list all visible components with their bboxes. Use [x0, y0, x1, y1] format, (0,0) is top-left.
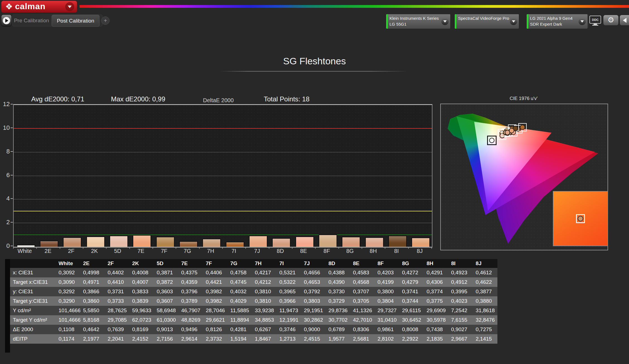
device-dropdown-arrow[interactable] [441, 18, 449, 25]
chevron-down-icon [443, 20, 447, 23]
table-cell: 0,7275 [473, 325, 497, 334]
table-cell: 0,4612 [473, 268, 497, 277]
tab-pre-calibration[interactable]: Pre Calibration [13, 15, 50, 26]
column-header-7J: 7J [301, 259, 326, 268]
table-cell: 0,9496 [178, 325, 203, 334]
table-cell: 0,3292 [56, 287, 80, 296]
table-row: y: CIE310,32920,38660,37310,38330,36030,… [10, 287, 497, 296]
column-header-2E: 2E [80, 259, 105, 268]
table-cell: 28,7625 [105, 306, 129, 315]
table-cell: 0,4279 [399, 277, 424, 287]
run-workflow-button[interactable] [1, 14, 12, 26]
table-cell: 0,4359 [178, 277, 203, 287]
y-tick-label-2: 2 [6, 219, 10, 226]
table-corner-cell [10, 259, 56, 268]
bar-7E [133, 235, 151, 247]
table-cell: 11,9473 [277, 306, 301, 315]
y-tick-mark [11, 246, 13, 246]
cie-point-White [489, 138, 495, 143]
x-tick-mark [315, 247, 316, 249]
device-selector-3[interactable]: LG 2021 Alpha 9 Gen4SDR Expert Dark [526, 14, 588, 29]
ddc-monitor-icon: DDC [589, 16, 601, 24]
table-cell: 30,7702 [326, 315, 350, 325]
table-cell: 0,9013 [154, 325, 178, 334]
table-cell: 7,2542 [448, 306, 473, 315]
y-tick-mark [11, 175, 13, 175]
table-cell: 0,3966 [277, 296, 301, 306]
device-status-indicator [527, 14, 528, 29]
table-cell: 0,4281 [228, 325, 252, 334]
table-cell: 2,2922 [399, 334, 424, 344]
column-header-7E: 7E [178, 259, 203, 268]
table-cell: 34,8853 [252, 315, 277, 325]
x-tick-mark [199, 247, 200, 249]
table-cell: 2,7156 [154, 334, 178, 344]
table-cell: 0,4212 [252, 277, 277, 287]
de2000-bar-chart [13, 104, 432, 248]
x-tick-mark [13, 247, 14, 249]
table-cell: 29,6621 [203, 315, 228, 325]
table-cell: 0,4008 [129, 268, 154, 277]
table-cell: 0,4971 [80, 277, 105, 287]
table-cell: 0,3707 [350, 287, 375, 296]
table-cell: 0,3603 [154, 287, 178, 296]
table-cell: 0,3731 [105, 287, 129, 296]
table-cell: 0,3744 [399, 296, 424, 306]
column-header-8E: 8E [350, 259, 375, 268]
table-cell: 2,4152 [129, 334, 154, 344]
table-cell: 0,3982 [203, 287, 228, 296]
add-tab-button[interactable]: + [101, 16, 110, 25]
calman-logo-button[interactable]: ❖ calman [1, 1, 77, 13]
table-cell: 0,8169 [129, 325, 154, 334]
x-label-5D: 5D [114, 248, 121, 254]
table-cell: 0,8306 [350, 325, 375, 334]
y-tick-label-4: 4 [6, 195, 10, 202]
table-cell: 30,5978 [424, 315, 448, 325]
bar-8E [296, 236, 314, 247]
x-label-White: White [18, 248, 32, 254]
x-tick-mark [338, 247, 339, 249]
device-selector-1[interactable]: Klein Instruments K SeriesLG 55G1 [386, 14, 451, 29]
x-label-2E: 2E [45, 248, 51, 254]
table-cell: 0,4306 [424, 277, 448, 287]
table-cell: 0,5322 [277, 277, 301, 287]
y-tick-mark [11, 222, 13, 223]
x-label-8H: 8H [370, 248, 377, 254]
x-tick-mark [106, 247, 107, 249]
gridline-6 [14, 176, 432, 176]
table-cell: 0,6789 [326, 325, 350, 334]
ddc-button[interactable]: DDC [589, 16, 601, 27]
bar-8D [272, 238, 291, 247]
device-selector-2[interactable]: SpectraCal VideoForge Pro [454, 14, 519, 29]
table-cell: 0,8126 [203, 325, 228, 334]
table-cell: 0,3290 [56, 296, 80, 306]
device-dropdown-arrow[interactable] [579, 18, 586, 25]
table-cell: 0,7639 [105, 325, 129, 334]
y-tick-mark [11, 198, 13, 199]
row-label: Target y:CIE31 [10, 296, 56, 306]
chevron-down-icon [512, 20, 515, 23]
table-cell: 12,1991 [277, 315, 301, 325]
x-tick-mark [292, 247, 292, 249]
swatch-measured-point [578, 216, 583, 221]
table-row: dEITP0,11742,19772,20412,41522,71562,961… [10, 334, 497, 344]
table-cell: 0,4217 [252, 268, 277, 277]
x-label-8J: 8J [417, 248, 423, 254]
y-tick-label-0: 0 [6, 242, 10, 250]
total-points-stat: Total Points: 18 [264, 95, 309, 103]
x-label-7J: 7J [254, 248, 260, 254]
column-header-8G: 8G [399, 259, 424, 268]
page-title: SG Fleshtones [0, 56, 629, 67]
table-cell: 0,3871 [154, 268, 178, 277]
y-axis: 121086420 [0, 104, 13, 246]
tab-post-calibration[interactable]: Post Calibration [52, 15, 100, 27]
y-tick-mark [11, 151, 13, 152]
max-de2000-stat: Max dE2000: 0,99 [111, 95, 165, 103]
row-label: Target x:CIE31 [10, 277, 56, 287]
device-dropdown-arrow[interactable] [510, 18, 517, 25]
collapse-panel-button[interactable] [620, 15, 629, 26]
main-menu-dropdown[interactable] [65, 2, 74, 11]
settings-button[interactable]: ⚙ [603, 15, 619, 26]
calman-diamond-icon: ❖ [5, 3, 13, 11]
toolbar-separator [588, 14, 588, 28]
